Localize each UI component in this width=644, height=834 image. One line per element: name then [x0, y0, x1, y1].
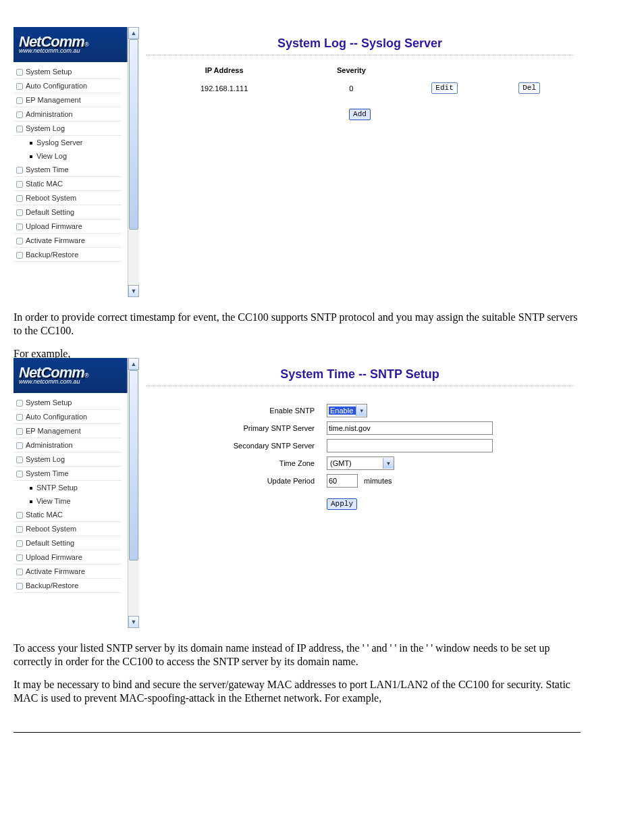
edit-button[interactable]: Edit — [431, 82, 457, 94]
logo: NetComm® www.netcomm.com.au — [14, 27, 128, 62]
content-pane: System Time -- SNTP Setup Enable SNTP En… — [139, 358, 581, 527]
scroll-thumb[interactable] — [129, 39, 138, 230]
sidebar-item-ep-management[interactable]: EP Management — [14, 424, 122, 438]
scroll-thumb[interactable] — [129, 370, 138, 561]
sidebar-item-activate-firmware[interactable]: Activate Firmware — [14, 234, 122, 248]
chevron-down-icon: ▼ — [383, 458, 394, 469]
sidebar-item-backup-restore[interactable]: Backup/Restore — [14, 248, 122, 262]
sidebar-item-activate-firmware[interactable]: Activate Firmware — [14, 565, 122, 579]
page-title: System Time -- SNTP Setup — [139, 358, 581, 386]
sidebar-item-backup-restore[interactable]: Backup/Restore — [14, 579, 122, 593]
paragraph-sntp-intro: In order to provide correct timestamp fo… — [14, 311, 581, 338]
label-enable-sntp: Enable SNTP — [139, 407, 327, 415]
add-button[interactable]: Add — [349, 109, 371, 120]
title-divider — [146, 55, 574, 55]
title-divider — [146, 386, 574, 386]
chevron-down-icon: ▼ — [356, 405, 367, 416]
sidebar-sub-sntp-setup[interactable]: SNTP Setup — [14, 481, 122, 494]
cell-ip: 192.168.1.111 — [148, 81, 300, 95]
sidebar-item-auto-config[interactable]: Auto Configuration — [14, 410, 122, 424]
scroll-up-icon[interactable]: ▲ — [128, 358, 139, 370]
scrollbar[interactable]: ▲ ▼ — [128, 27, 139, 297]
sidebar-item-system-time[interactable]: System Time — [14, 163, 122, 177]
input-secondary-sntp[interactable] — [327, 439, 493, 452]
apply-button[interactable]: Apply — [327, 498, 357, 510]
sidebar-sub-syslog-server[interactable]: Syslog Server — [14, 136, 122, 149]
sidebar-item-system-time[interactable]: System Time — [14, 467, 122, 481]
sidebar-item-system-log[interactable]: System Log — [14, 122, 122, 136]
scroll-down-icon[interactable]: ▼ — [128, 285, 139, 297]
sidebar-item-system-log[interactable]: System Log — [14, 452, 122, 467]
scroll-down-icon[interactable]: ▼ — [128, 616, 139, 628]
sidebar-item-reboot[interactable]: Reboot System — [14, 191, 122, 205]
screenshot-syslog: NetComm® www.netcomm.com.au System Setup… — [14, 27, 581, 297]
select-enable-sntp[interactable]: Enable ▼ — [327, 404, 367, 417]
sidebar: System Setup Auto Configuration EP Manag… — [14, 62, 122, 262]
sidebar-sub-view-time[interactable]: View Time — [14, 494, 122, 508]
table-row: 192.168.1.111 0 Edit Del — [148, 81, 572, 95]
sidebar-item-administration[interactable]: Administration — [14, 438, 122, 452]
sidebar-item-administration[interactable]: Administration — [14, 107, 122, 122]
sidebar-item-static-mac[interactable]: Static MAC — [14, 177, 122, 191]
paragraph-static-mac: It may be necessary to bind and secure t… — [14, 678, 581, 705]
screenshot-sntp: NetComm® www.netcomm.com.au System Setup… — [14, 358, 581, 628]
scrollbar[interactable]: ▲ ▼ — [128, 358, 139, 628]
page-title: System Log -- Syslog Server — [139, 27, 581, 55]
col-ip: IP Address — [148, 62, 300, 81]
sidebar-item-default-setting[interactable]: Default Setting — [14, 536, 122, 550]
syslog-table: IP Address Severity 192.168.1.111 0 Edit… — [148, 62, 572, 95]
sidebar-item-system-setup[interactable]: System Setup — [14, 65, 122, 79]
select-timezone[interactable]: (GMT) ▼ — [327, 457, 394, 470]
label-timezone: Time Zone — [139, 459, 327, 467]
logo: NetComm® www.netcomm.com.au — [14, 358, 128, 393]
cell-severity: 0 — [300, 81, 402, 95]
select-timezone-value: (GMT) — [329, 459, 354, 467]
page-footer-rule — [14, 732, 581, 733]
sidebar-item-static-mac[interactable]: Static MAC — [14, 508, 122, 522]
sidebar-item-reboot[interactable]: Reboot System — [14, 522, 122, 536]
col-severity: Severity — [300, 62, 402, 81]
sidebar-item-default-setting[interactable]: Default Setting — [14, 205, 122, 219]
label-primary-sntp: Primary SNTP Server — [139, 424, 327, 432]
scroll-track[interactable] — [128, 39, 139, 285]
logo-url: www.netcomm.com.au — [19, 47, 127, 54]
paragraph-dns-note: To access your listed SNTP server by its… — [14, 642, 581, 669]
sidebar-sub-view-log[interactable]: View Log — [14, 149, 122, 163]
label-secondary-sntp: Secondary SNTP Server — [139, 442, 327, 450]
label-update-period: Update Period — [139, 477, 327, 485]
input-primary-sntp[interactable] — [327, 421, 493, 435]
select-enable-value: Enable — [329, 407, 356, 415]
logo-url: www.netcomm.com.au — [19, 378, 127, 385]
sidebar-item-system-setup[interactable]: System Setup — [14, 396, 122, 410]
sidebar-item-upload-firmware[interactable]: Upload Firmware — [14, 219, 122, 234]
del-button[interactable]: Del — [518, 82, 540, 94]
sidebar: System Setup Auto Configuration EP Manag… — [14, 393, 122, 593]
scroll-up-icon[interactable]: ▲ — [128, 27, 139, 39]
sidebar-item-ep-management[interactable]: EP Management — [14, 93, 122, 107]
input-update-period[interactable] — [327, 474, 358, 488]
sidebar-item-upload-firmware[interactable]: Upload Firmware — [14, 550, 122, 565]
label-period-suffix: mimutes — [364, 477, 392, 485]
sidebar-item-auto-config[interactable]: Auto Configuration — [14, 79, 122, 93]
scroll-track[interactable] — [128, 370, 139, 616]
content-pane: System Log -- Syslog Server IP Address S… — [139, 27, 581, 134]
